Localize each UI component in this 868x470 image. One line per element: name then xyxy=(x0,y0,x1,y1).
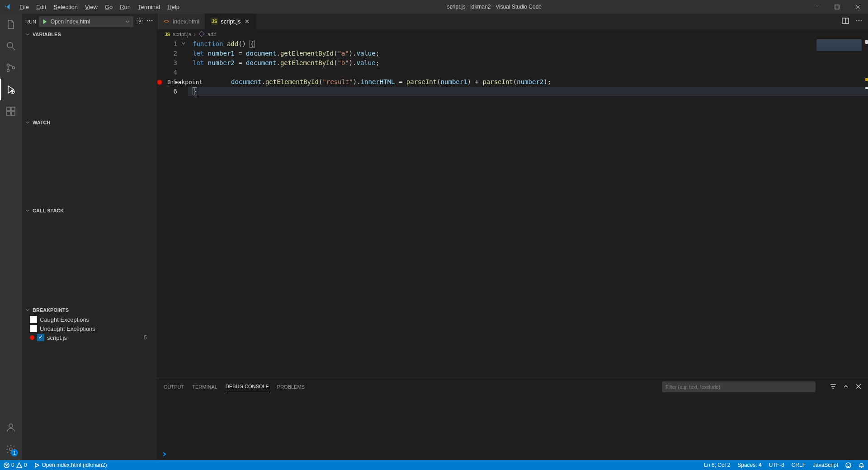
status-bell-icon[interactable] xyxy=(855,462,868,468)
svg-rect-13 xyxy=(7,107,10,111)
svg-marker-38 xyxy=(17,463,22,468)
checkbox-icon[interactable] xyxy=(30,325,37,332)
minimap[interactable] xyxy=(816,39,862,51)
menu-help[interactable]: Help xyxy=(164,0,183,14)
status-encoding[interactable]: UTF-8 xyxy=(765,462,788,468)
svg-point-20 xyxy=(139,20,141,22)
status-lncol[interactable]: Ln 6, Col 2 xyxy=(700,462,734,468)
section-callstack-label: CALL STACK xyxy=(33,208,64,213)
svg-point-7 xyxy=(7,70,9,72)
section-breakpoints[interactable]: BREAKPOINTS xyxy=(22,305,157,315)
section-watch[interactable]: WATCH xyxy=(22,118,157,127)
filter-placeholder: Filter (e.g. text, !exclude) xyxy=(665,384,720,390)
activity-account-icon[interactable] xyxy=(0,417,22,438)
panel-tab-problems[interactable]: PROBLEMS xyxy=(277,381,305,392)
panel: OUTPUT TERMINAL DEBUG CONSOLE PROBLEMS F… xyxy=(157,379,868,460)
chevron-down-icon xyxy=(24,207,31,214)
svg-point-22 xyxy=(149,20,151,22)
vscode-logo xyxy=(0,3,16,10)
breadcrumb-file[interactable]: script.js xyxy=(173,31,191,38)
status-eol[interactable]: CRLF xyxy=(788,462,809,468)
gear-icon[interactable] xyxy=(136,17,143,26)
window-minimize-icon[interactable] xyxy=(806,0,826,14)
breakpoint-file[interactable]: script.js 5 xyxy=(22,333,157,342)
menu-selection[interactable]: Selection xyxy=(50,0,81,14)
activity-bar: 1 xyxy=(0,14,22,460)
menu-terminal[interactable]: Terminal xyxy=(134,0,164,14)
code-line[interactable]: 6} xyxy=(157,87,868,96)
code-line[interactable]: 3 let number2 = document.getElementById(… xyxy=(157,58,868,68)
repl-prompt-icon[interactable] xyxy=(157,450,172,460)
breakpoint-glyph-icon[interactable] xyxy=(157,80,162,85)
section-variables-label: VARIABLES xyxy=(33,32,61,37)
activity-extensions-icon[interactable] xyxy=(0,100,22,122)
panel-collapse-icon[interactable] xyxy=(843,383,849,390)
line-number: 6 xyxy=(166,87,181,96)
panel-tab-debug-console[interactable]: DEBUG CONSOLE xyxy=(226,381,269,392)
tab-index-label: index.html xyxy=(173,18,199,25)
status-lang[interactable]: JavaScript xyxy=(809,462,842,468)
checkbox-icon[interactable] xyxy=(30,316,37,323)
menu-bar: File Edit Selection View Go Run Terminal… xyxy=(16,0,183,14)
html-file-icon: <> xyxy=(163,18,170,25)
fold-icon[interactable] xyxy=(181,39,188,49)
menu-edit[interactable]: Edit xyxy=(33,0,50,14)
activity-settings-icon[interactable]: 1 xyxy=(0,438,22,460)
svg-point-27 xyxy=(859,20,860,22)
status-bar: 0 0 Open index.html (idkman2) Ln 6, Col … xyxy=(0,460,868,470)
run-config-select[interactable]: Open index.html xyxy=(39,16,133,27)
breakpoint-caught[interactable]: Caught Exceptions xyxy=(22,315,157,324)
line-number: 3 xyxy=(166,58,181,68)
filter-input[interactable]: Filter (e.g. text, !exclude) xyxy=(662,381,816,392)
section-callstack[interactable]: CALL STACK xyxy=(22,206,157,216)
svg-marker-19 xyxy=(43,19,47,24)
svg-point-40 xyxy=(846,463,851,468)
breadcrumb[interactable]: JS script.js › add xyxy=(157,29,868,39)
code-line[interactable]: 5 document.getElementById("result").inne… xyxy=(157,77,868,87)
panel-tab-terminal[interactable]: TERMINAL xyxy=(192,381,217,392)
panel-close-icon[interactable] xyxy=(855,383,862,390)
status-feedback-icon[interactable] xyxy=(842,462,855,468)
editor[interactable]: 1function add() {2 let number1 = documen… xyxy=(157,39,868,379)
breakpoint-uncaught[interactable]: Uncaught Exceptions xyxy=(22,324,157,333)
section-variables[interactable]: VARIABLES xyxy=(22,29,157,39)
breakpoint-dot-icon xyxy=(30,335,34,340)
editor-tabs: <> index.html JS script.js ✕ xyxy=(157,14,868,29)
panel-tab-output[interactable]: OUTPUT xyxy=(164,381,184,392)
tab-script-js[interactable]: JS script.js ✕ xyxy=(205,14,256,29)
code-line[interactable]: 1function add() { xyxy=(157,39,868,49)
split-editor-icon[interactable] xyxy=(842,17,849,26)
tab-index-html[interactable]: <> index.html xyxy=(157,14,205,29)
menu-file[interactable]: File xyxy=(16,0,33,14)
chevron-down-icon xyxy=(124,19,131,25)
menu-view[interactable]: View xyxy=(81,0,101,14)
menu-go[interactable]: Go xyxy=(101,0,116,14)
line-number: 4 xyxy=(166,68,181,77)
breadcrumb-symbol[interactable]: add xyxy=(208,31,217,38)
debug-icon xyxy=(34,462,40,468)
activity-scm-icon[interactable] xyxy=(0,57,22,79)
more-icon[interactable] xyxy=(146,17,153,26)
window-maximize-icon[interactable] xyxy=(826,0,847,14)
code-line[interactable]: 2 let number1 = document.getElementById(… xyxy=(157,49,868,58)
overview-ruler[interactable] xyxy=(862,39,868,379)
checkbox-checked-icon[interactable] xyxy=(37,334,44,341)
chevron-down-icon xyxy=(24,307,31,313)
js-file-icon: JS xyxy=(165,32,170,37)
title-bar: File Edit Selection View Go Run Terminal… xyxy=(0,0,868,14)
status-errors[interactable]: 0 0 xyxy=(0,462,30,468)
status-launch[interactable]: Open index.html (idkman2) xyxy=(30,462,110,468)
panel-filter-icon[interactable] xyxy=(830,383,836,390)
breakpoint-uncaught-label: Uncaught Exceptions xyxy=(40,325,95,332)
status-spaces[interactable]: Spaces: 4 xyxy=(734,462,765,468)
activity-search-icon[interactable] xyxy=(0,35,22,57)
close-icon[interactable]: ✕ xyxy=(243,18,250,25)
menu-run[interactable]: Run xyxy=(116,0,134,14)
activity-explorer-icon[interactable] xyxy=(0,14,22,35)
code-line[interactable]: 4 xyxy=(157,68,868,77)
more-icon[interactable] xyxy=(855,17,863,26)
activity-run-debug-icon[interactable] xyxy=(0,79,22,100)
run-config-name: Open index.html xyxy=(51,19,122,25)
svg-point-21 xyxy=(147,20,148,22)
window-close-icon[interactable] xyxy=(847,0,868,14)
